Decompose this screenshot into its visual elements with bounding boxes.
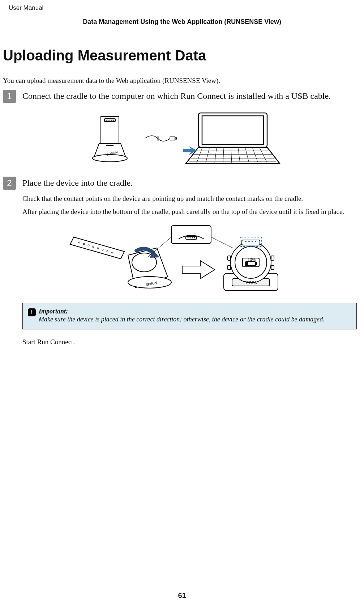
svg-point-28 [93,246,94,248]
svg-point-5 [111,120,112,121]
svg-rect-8 [170,137,175,140]
usb-cable-icon [144,130,177,147]
step-2-text: Place the device into the cradle. [22,177,133,189]
svg-point-2 [106,120,106,121]
section-header: Data Management Using the Web Applicatio… [0,18,364,26]
svg-point-56 [245,241,247,242]
svg-point-31 [107,250,108,252]
laptop-icon [180,109,285,167]
svg-point-29 [97,248,99,249]
cradle-icon: EPSON [79,109,141,167]
svg-rect-54 [271,265,274,270]
svg-point-38 [189,237,190,239]
intro-paragraph: You can upload measurement data to the W… [3,77,364,85]
step-2: 2 Place the device into the cradle. [3,177,360,190]
important-label: Important: [39,308,351,315]
svg-point-57 [248,241,250,242]
arrow-right-icon [182,261,215,279]
illustration-cradle-laptop: EPSON [79,109,285,167]
svg-rect-51 [228,256,231,260]
device-brand-label: EPSON [244,281,258,285]
illustration-device-cradle: EPSON [63,223,301,295]
step-number-badge: 2 [3,177,16,190]
step-1-text: Connect the cradle to the computer on wh… [22,90,331,102]
svg-rect-35 [171,225,211,244]
important-icon: ! [28,308,36,316]
svg-point-59 [255,241,256,242]
important-body: Make sure the device is placed in the co… [39,315,351,324]
step-2-body-line-1: Check that the contact points on the dev… [22,194,357,203]
step-2-body-line-2: After placing the device into the bottom… [22,207,357,216]
battery-percent-label: 10% [248,257,256,262]
step-1: 1 Connect the cradle to the computer on … [3,90,360,103]
svg-rect-53 [271,256,274,260]
step-number-badge: 1 [3,90,16,103]
svg-point-6 [113,120,114,121]
svg-rect-52 [228,265,231,270]
svg-rect-9 [175,138,176,139]
svg-point-27 [88,245,89,246]
svg-point-39 [192,237,193,239]
svg-point-30 [102,249,103,250]
page-number: 61 [0,591,364,600]
svg-rect-50 [246,262,248,265]
document-type-label: User Manual [9,4,43,12]
svg-point-25 [78,242,80,243]
svg-point-4 [109,120,110,121]
svg-line-41 [148,237,171,257]
page-title: Uploading Measurement Data [3,47,364,64]
svg-rect-11 [202,116,264,144]
svg-line-42 [211,237,233,248]
svg-point-26 [83,243,85,245]
svg-point-3 [107,120,108,121]
after-important-text: Start Run Connect. [22,337,357,347]
svg-point-40 [194,237,195,239]
svg-point-32 [111,252,113,253]
svg-rect-49 [256,262,257,265]
important-callout: ! Important: Make sure the device is pla… [22,303,357,329]
svg-point-37 [187,237,188,239]
svg-point-58 [252,241,253,242]
svg-rect-55 [242,240,260,245]
step-2-body: Check that the contact points on the dev… [22,194,357,216]
